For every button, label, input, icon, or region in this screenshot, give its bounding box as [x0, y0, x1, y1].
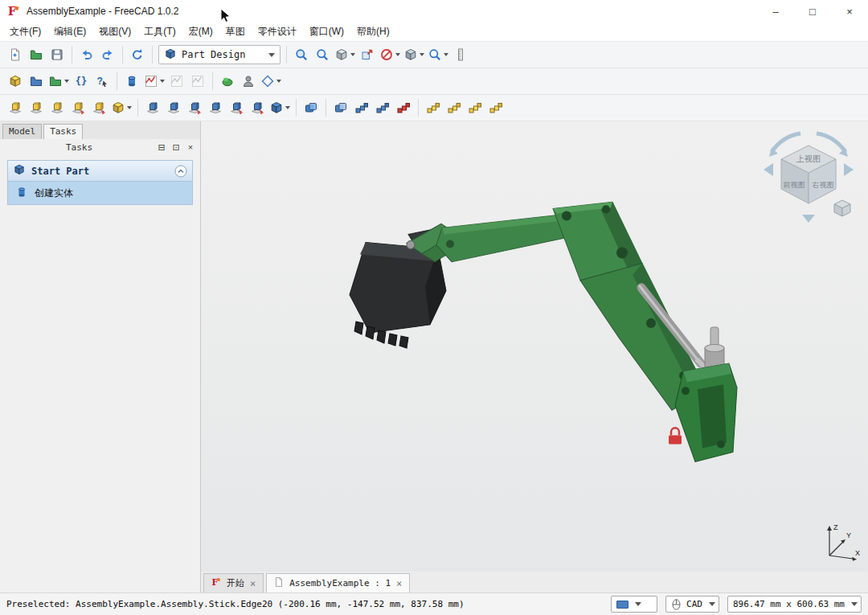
menu-macro[interactable]: 宏(M) [182, 23, 219, 41]
panel-tab-tasks[interactable]: Tasks [43, 124, 83, 139]
refresh-button[interactable] [127, 44, 148, 65]
navigation-style-combo[interactable]: CAD [665, 596, 719, 613]
create-group-button[interactable] [26, 71, 47, 92]
material-button[interactable] [238, 71, 259, 92]
workbench-selector[interactable]: Part Design [158, 45, 280, 64]
create-solid-item[interactable]: 创建实体 [7, 182, 193, 205]
hole-button[interactable] [163, 97, 184, 118]
chevron-down-icon [395, 53, 400, 56]
panel-float-button[interactable]: ⊟ [155, 141, 168, 154]
document-tab-start[interactable]: F开始× [203, 573, 264, 592]
document-tab-assembly[interactable]: AssemblyExample : 1× [266, 573, 410, 592]
pocket-button[interactable] [142, 97, 163, 118]
multitransform-button[interactable] [393, 97, 414, 118]
axis-z-label: Z [833, 523, 838, 531]
fit-selection-button[interactable] [312, 44, 333, 65]
additive-helix-button[interactable] [88, 97, 109, 118]
mouse-icon [671, 598, 682, 610]
additive-pipe-button[interactable] [68, 97, 88, 118]
new-file-button[interactable] [5, 44, 26, 65]
panel-dock-button[interactable]: ⊡ [170, 141, 182, 154]
zoom-tools-button[interactable] [426, 44, 450, 65]
sync-view-button[interactable] [357, 44, 378, 65]
subtractive-primitive-button[interactable] [268, 97, 292, 118]
menu-edit[interactable]: 编辑(E) [47, 23, 92, 41]
chamfer-button[interactable] [444, 97, 465, 118]
polar-pattern-button[interactable] [372, 97, 393, 118]
create-part-button[interactable] [5, 71, 26, 92]
redo-button[interactable] [97, 44, 118, 65]
menu-view[interactable]: 视图(V) [92, 23, 137, 41]
nav-down-arrow[interactable] [802, 215, 815, 223]
panel-close-button[interactable]: × [184, 141, 197, 154]
start-part-section-header[interactable]: Start Part [7, 160, 193, 182]
base-bracket[interactable] [675, 363, 737, 461]
datum-button[interactable] [259, 71, 283, 92]
axis-x-label: X [855, 549, 860, 557]
workbench-icon [164, 47, 177, 63]
nav-left-arrow[interactable] [764, 163, 773, 176]
appearance-button[interactable] [217, 71, 238, 92]
view-style-combo[interactable] [611, 596, 657, 613]
close-button[interactable]: × [831, 0, 868, 23]
toolbar-separator [326, 99, 326, 117]
save-button[interactable] [47, 44, 68, 65]
menu-sketch[interactable]: 草图 [219, 23, 252, 41]
thickness-button[interactable] [485, 97, 506, 118]
tab-close-icon[interactable]: × [249, 578, 256, 589]
boolean-operation-button[interactable] [301, 97, 321, 118]
pad-button[interactable] [5, 97, 26, 118]
toolbar-separator [72, 46, 72, 64]
open-file-button[interactable] [26, 44, 47, 65]
fillet-button[interactable] [423, 97, 444, 118]
undo-button[interactable] [76, 44, 97, 65]
collapse-section-button[interactable] [174, 165, 187, 178]
viewport-3d[interactable]: 上视图 前视图 右视图 Z Y X [201, 121, 868, 572]
standard-views-button[interactable] [333, 44, 357, 65]
additive-primitive-button[interactable] [109, 97, 133, 118]
mirrored-button[interactable] [330, 97, 351, 118]
chevron-down-icon [350, 53, 355, 56]
mini-cube-icon[interactable] [834, 200, 850, 216]
expression-button[interactable]: {} [71, 71, 92, 92]
measure-button[interactable] [450, 44, 471, 65]
body-icon [15, 186, 28, 201]
menu-file[interactable]: 文件(F) [3, 23, 47, 41]
chevron-down-icon [635, 602, 641, 606]
axonometric-view-button[interactable] [402, 44, 426, 65]
menu-help[interactable]: 帮助(H) [350, 23, 396, 41]
minimize-button[interactable]: – [757, 0, 794, 23]
additive-loft-button[interactable] [47, 97, 68, 118]
chevron-down-icon [285, 106, 290, 109]
axis-indicator: Z Y X [817, 520, 862, 565]
nav-right-arrow[interactable] [844, 163, 854, 176]
draft-button[interactable] [465, 97, 485, 118]
toolbars: Part Design{}? [0, 42, 868, 121]
toolbar-separator [137, 99, 138, 117]
rotate-right-arrow[interactable] [817, 133, 845, 152]
menu-part-design[interactable]: 零件设计 [252, 23, 303, 41]
revolution-button[interactable] [26, 97, 47, 118]
maximize-button[interactable]: □ [794, 0, 831, 23]
groove-button[interactable] [184, 97, 205, 118]
create-sketch-button[interactable] [142, 71, 166, 92]
subtractive-loft-button[interactable] [205, 97, 226, 118]
navigation-cube[interactable]: 上视图 前视图 右视图 [759, 129, 858, 224]
subtractive-pipe-button[interactable] [226, 97, 247, 118]
toolbar-separator [286, 46, 287, 64]
create-body-button[interactable] [121, 71, 142, 92]
make-link-button[interactable] [47, 71, 71, 92]
view-size-combo[interactable]: 896.47 mm x 600.63 mm [727, 596, 862, 613]
linear-pattern-button[interactable] [351, 97, 372, 118]
fit-all-button[interactable] [291, 44, 312, 65]
menu-window[interactable]: 窗口(W) [303, 23, 350, 41]
menu-tools[interactable]: 工具(T) [137, 23, 182, 41]
whats-this-button[interactable]: ? [92, 71, 113, 92]
draw-style-button[interactable] [378, 44, 402, 65]
rotate-left-arrow[interactable] [772, 133, 800, 152]
document-icon [273, 576, 285, 590]
tab-close-icon[interactable]: × [395, 578, 403, 589]
subtractive-helix-button[interactable] [247, 97, 268, 118]
panel-tab-model[interactable]: Model [2, 124, 42, 139]
window-title: AssemblyExample - FreeCAD 1.0.2 [27, 6, 178, 17]
